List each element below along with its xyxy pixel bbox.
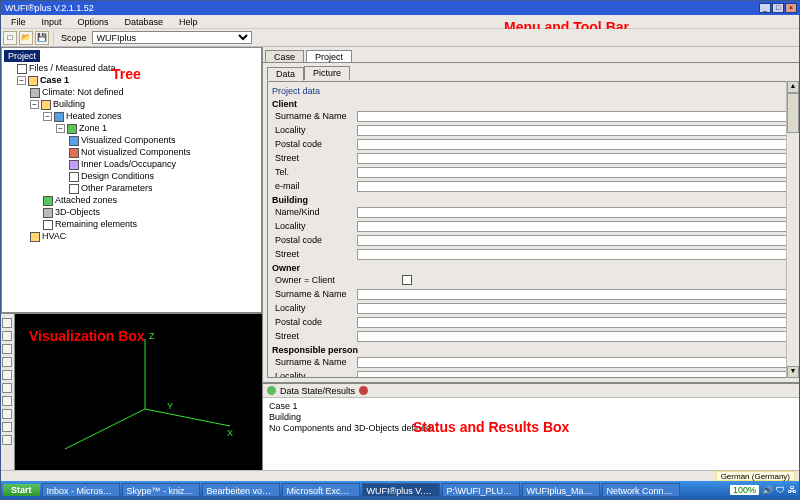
taskbar-item[interactable]: Microsoft Excel - … xyxy=(282,483,360,497)
tree-zone1[interactable]: −Zone 1 Visualized Components Not visual… xyxy=(56,122,259,194)
tray-icon[interactable]: 🔊 xyxy=(762,485,773,495)
owner-locality-input[interactable] xyxy=(357,303,790,314)
section-owner: Owner xyxy=(272,261,790,273)
building-locality-input[interactable] xyxy=(357,221,790,232)
collapse-icon[interactable]: − xyxy=(30,100,39,109)
building-street-input[interactable] xyxy=(357,249,790,260)
inner-tab-data[interactable]: Data xyxy=(267,67,304,81)
client-postal-input[interactable] xyxy=(357,139,790,150)
taskbar-item-active[interactable]: WUFI®plus V.2… xyxy=(362,483,440,497)
start-button[interactable]: Start xyxy=(3,484,40,496)
resp-locality-input[interactable] xyxy=(357,371,790,379)
tree-files[interactable]: Files / Measured data xyxy=(17,62,259,74)
lbl-opostal: Postal code xyxy=(272,317,357,327)
form-panel: Data Picture Project data Client Surname… xyxy=(263,63,799,383)
viz-tool-3[interactable] xyxy=(2,344,12,354)
form-scrollbar[interactable]: ▲ ▼ xyxy=(786,81,799,378)
taskbar-item[interactable]: WUFIplus_Manu… xyxy=(522,483,600,497)
resp-surname-input[interactable] xyxy=(357,357,790,368)
maximize-button[interactable]: □ xyxy=(772,3,784,13)
tray-icon[interactable]: 🛡 xyxy=(776,485,785,495)
menu-help[interactable]: Help xyxy=(171,17,206,27)
lbl-olocality: Locality xyxy=(272,303,357,313)
tree-climate[interactable]: Climate: Not defined xyxy=(30,86,259,98)
owner-postal-input[interactable] xyxy=(357,317,790,328)
scroll-up-icon[interactable]: ▲ xyxy=(787,81,799,93)
owner-eq-client-checkbox[interactable] xyxy=(402,275,412,285)
zone-icon xyxy=(54,112,64,122)
tree-hvac[interactable]: HVAC xyxy=(30,230,259,242)
viz-tool-7[interactable] xyxy=(2,396,12,406)
scope-select[interactable]: WUFIplus xyxy=(92,31,252,44)
viz-tool-9[interactable] xyxy=(2,422,12,432)
axis-y-label: Y xyxy=(167,401,173,411)
object-icon xyxy=(43,208,53,218)
folder-icon xyxy=(28,76,38,86)
window-buttons: _ □ × xyxy=(759,3,797,13)
status-header-label: Data State/Results xyxy=(280,386,355,396)
scope-label: Scope xyxy=(58,33,90,43)
viz-tool-10[interactable] xyxy=(2,435,12,445)
tree-vis-comp[interactable]: Visualized Components xyxy=(69,134,259,146)
client-email-input[interactable] xyxy=(357,181,790,192)
scroll-thumb[interactable] xyxy=(787,93,799,133)
tree-building[interactable]: −Building −Heated zones −Zone 1 Visualiz… xyxy=(30,98,259,230)
menu-file[interactable]: File xyxy=(3,17,34,27)
collapse-icon[interactable]: − xyxy=(43,112,52,121)
collapse-icon[interactable]: − xyxy=(56,124,65,133)
tree-root[interactable]: Project xyxy=(4,50,40,62)
viz-tool-5[interactable] xyxy=(2,370,12,380)
tool-open[interactable]: 📂 xyxy=(19,31,33,45)
loads-icon xyxy=(69,160,79,170)
zone-icon xyxy=(67,124,77,134)
client-tel-input[interactable] xyxy=(357,167,790,178)
viz-tool-4[interactable] xyxy=(2,357,12,367)
taskbar-item[interactable]: P:\WUFI_PLUS\… xyxy=(442,483,520,497)
lbl-blocality: Locality xyxy=(272,221,357,231)
tool-save[interactable]: 💾 xyxy=(35,31,49,45)
main-area: Project Tree Files / Measured data −Case… xyxy=(1,47,799,470)
tab-project[interactable]: Project xyxy=(306,50,352,62)
scroll-down-icon[interactable]: ▼ xyxy=(787,366,799,378)
tree-attached-zones[interactable]: Attached zones xyxy=(43,194,259,206)
app-window: WUFI®plus V.2.1.1.52 _ □ × File Input Op… xyxy=(0,0,800,500)
viz-tool-6[interactable] xyxy=(2,383,12,393)
taskbar-item[interactable]: Bearbeiten von … xyxy=(202,483,280,497)
inner-tab-picture[interactable]: Picture xyxy=(304,66,350,80)
tree-heated-zones[interactable]: −Heated zones −Zone 1 Visualized Compone… xyxy=(43,110,259,194)
tab-case[interactable]: Case xyxy=(265,50,304,62)
tree-remaining[interactable]: Remaining elements xyxy=(43,218,259,230)
client-street-input[interactable] xyxy=(357,153,790,164)
client-surname-input[interactable] xyxy=(357,111,790,122)
status-line-3: No Components and 3D-Objects defined. xyxy=(269,423,793,434)
taskbar-item[interactable]: Inbox - Microsof… xyxy=(42,483,120,497)
window-title: WUFI®plus V.2.1.1.52 xyxy=(5,3,759,13)
tree-design-cond[interactable]: Design Conditions xyxy=(69,170,259,182)
client-locality-input[interactable] xyxy=(357,125,790,136)
viz-tool-1[interactable] xyxy=(2,318,12,328)
owner-surname-input[interactable] xyxy=(357,289,790,300)
tray-icon[interactable]: 🖧 xyxy=(788,485,797,495)
tree-3d-objects[interactable]: 3D-Objects xyxy=(43,206,259,218)
building-namekind-input[interactable] xyxy=(357,207,790,218)
menu-database[interactable]: Database xyxy=(117,17,172,27)
viz-tool-8[interactable] xyxy=(2,409,12,419)
minimize-button[interactable]: _ xyxy=(759,3,771,13)
folder-icon xyxy=(41,100,51,110)
close-button[interactable]: × xyxy=(785,3,797,13)
menu-input[interactable]: Input xyxy=(34,17,70,27)
collapse-icon[interactable]: − xyxy=(17,76,26,85)
taskbar-item[interactable]: Network Connec… xyxy=(602,483,680,497)
tree-notvis-comp[interactable]: Not visualized Components xyxy=(69,146,259,158)
left-column: Project Tree Files / Measured data −Case… xyxy=(1,47,263,470)
owner-street-input[interactable] xyxy=(357,331,790,342)
taskbar-item[interactable]: Skype™ - knizi88 xyxy=(122,483,200,497)
tree-case1[interactable]: −Case 1 Climate: Not defined −Building −… xyxy=(17,74,259,242)
building-postal-input[interactable] xyxy=(357,235,790,246)
menu-options[interactable]: Options xyxy=(70,17,117,27)
viz-tool-2[interactable] xyxy=(2,331,12,341)
lbl-locality: Locality xyxy=(272,125,357,135)
tree-other-params[interactable]: Other Parameters xyxy=(69,182,259,194)
tree-inner-loads[interactable]: Inner Loads/Occupancy xyxy=(69,158,259,170)
tool-new[interactable]: □ xyxy=(3,31,17,45)
